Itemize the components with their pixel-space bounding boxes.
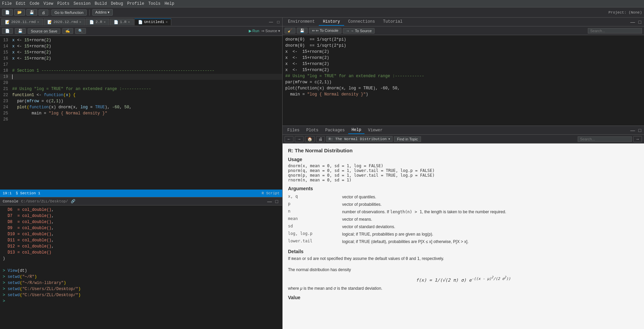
search-button[interactable]: 🔍 bbox=[75, 28, 86, 34]
save-history-button[interactable]: 💾 bbox=[297, 28, 308, 34]
menu-help[interactable]: Help bbox=[164, 1, 174, 6]
usage-code: dnorm(x, mean = 0, sd = 1, log = FALSE) … bbox=[288, 163, 639, 182]
menu-edit[interactable]: Edit bbox=[16, 1, 26, 6]
topic-selector[interactable]: R: The Normal Distribution ▾ bbox=[326, 136, 393, 142]
print-help-button[interactable]: 🖨 bbox=[316, 136, 325, 142]
to-console-button[interactable]: ⇐ ⇐ To Console bbox=[309, 28, 341, 34]
help-search-input[interactable] bbox=[578, 136, 632, 142]
history-toolbar: 🧹 💾 ⇐ ⇐ To Console → → To Source bbox=[283, 26, 644, 35]
history-search-input[interactable] bbox=[588, 28, 642, 34]
close-tab-icon[interactable]: ✕ bbox=[37, 20, 39, 24]
tab-history[interactable]: History bbox=[319, 18, 344, 26]
run-button[interactable]: ▶ Run bbox=[249, 29, 259, 33]
tab-tutorial[interactable]: Tutorial bbox=[379, 18, 407, 26]
main-layout: 📝 2020.11.rmd ✕ 📝 2020.12.rmd ✕ 📄 2.R ✕ … bbox=[0, 18, 644, 329]
tab-viewer[interactable]: Viewer bbox=[364, 127, 386, 134]
menu-debug[interactable]: Debug bbox=[111, 1, 123, 6]
chevron-down-icon: ▾ bbox=[388, 137, 391, 141]
arg-desc: vector of quantiles. bbox=[342, 193, 639, 201]
back-button[interactable]: ← bbox=[285, 136, 293, 142]
close-tab-icon[interactable]: ✕ bbox=[79, 20, 81, 24]
maximize-editor-button[interactable]: □ bbox=[276, 19, 281, 25]
broom-button[interactable]: 🧹 bbox=[285, 28, 295, 34]
console-line: D6 = col_double(), bbox=[3, 207, 280, 213]
details-title: Details bbox=[288, 249, 639, 254]
script-type: R Script bbox=[262, 191, 280, 195]
minimize-editor-button[interactable]: — bbox=[268, 19, 274, 25]
tab-2020-11-rmd[interactable]: 📝 2020.11.rmd ✕ bbox=[1, 19, 43, 25]
print-button[interactable]: 🖨 bbox=[39, 9, 48, 16]
tab-environment[interactable]: Environment bbox=[284, 18, 319, 26]
menu-file[interactable]: File bbox=[2, 1, 12, 6]
menu-build[interactable]: Build bbox=[95, 1, 107, 6]
menu-bar: File Edit Code View Plots Session Build … bbox=[0, 0, 644, 7]
new-script-button[interactable]: 📄 bbox=[2, 28, 13, 34]
history-content[interactable]: dnorm(0) == 1/sqrt(2*pi) dnorm(0) == 1/s… bbox=[283, 35, 644, 126]
console-line: > View(dt) bbox=[3, 268, 280, 274]
help-formula: f(x) = 1/(√(2 π) σ) e-((x - μ)2/(2 σ2)) bbox=[288, 276, 639, 283]
source-on-save-button[interactable]: Source on Save bbox=[28, 28, 60, 34]
save-button[interactable]: 💾 bbox=[26, 9, 37, 16]
arg-row: sd vector of standard deviations. bbox=[288, 223, 639, 231]
menu-profile[interactable]: Profile bbox=[127, 1, 144, 6]
to-source-button[interactable]: → → To Source bbox=[343, 28, 375, 34]
value-title: Value bbox=[288, 295, 639, 300]
menu-session[interactable]: Session bbox=[73, 1, 90, 6]
console-line: D13 = col_double() bbox=[3, 249, 280, 256]
code-line-23: 23 par(mfrow = c(2,1)) bbox=[0, 98, 282, 104]
editor-tabs-right: — □ bbox=[268, 19, 281, 25]
close-tab-icon[interactable]: ✕ bbox=[128, 20, 130, 24]
new-file-button[interactable]: 📄 bbox=[2, 9, 13, 16]
tab-icon: 📝 bbox=[5, 20, 10, 24]
arg-row: lower.tail logical; if TRUE (default), p… bbox=[288, 238, 639, 245]
menu-plots[interactable]: Plots bbox=[57, 1, 69, 6]
minimize-console-button[interactable]: — bbox=[266, 199, 273, 204]
forward-button[interactable]: → bbox=[295, 136, 304, 142]
help-search-go-button[interactable]: → bbox=[633, 136, 642, 142]
arg-name: n bbox=[288, 208, 342, 216]
arg-name: lower.tail bbox=[288, 238, 342, 245]
menu-code[interactable]: Code bbox=[30, 1, 40, 6]
close-tab-icon[interactable]: ✕ bbox=[104, 20, 106, 24]
usage-line-4: rnorm(n, mean = 0, sd = 1) bbox=[288, 178, 639, 182]
tab-untitled1[interactable]: 📄 Untitled1 ✕ bbox=[134, 19, 171, 25]
console-panel: Console C:/Users/ZLL/Desktop/ 🔗 — □ D6 =… bbox=[0, 197, 282, 329]
code-editor[interactable]: 13 x <- 15+rnorm(2) 14 x <- 15+rnorm(2) … bbox=[0, 36, 282, 190]
code-line-25: 25 main = "log { Normal density }" bbox=[0, 110, 282, 116]
format-button[interactable]: ✍ bbox=[62, 28, 73, 34]
menu-view[interactable]: View bbox=[43, 1, 53, 6]
addins-button[interactable]: Addins ▾ bbox=[92, 9, 113, 16]
tab-connections[interactable]: Connections bbox=[344, 18, 379, 26]
topic-label: R: The Normal Distribution bbox=[329, 137, 387, 141]
code-line-15: 15 x <- 15+rnorm(2) bbox=[0, 49, 282, 56]
minimize-bottom-right-button[interactable]: — bbox=[629, 128, 637, 133]
console-content[interactable]: D6 = col_double(), D7 = col_double(), D8… bbox=[0, 205, 282, 329]
arg-row: p vector of probabilities. bbox=[288, 201, 639, 208]
tab-icon: 📄 bbox=[138, 20, 143, 24]
source-button[interactable]: ⇒ Source ▾ bbox=[261, 29, 280, 33]
console-controls: — □ bbox=[266, 199, 280, 204]
code-line-20: 20 bbox=[0, 80, 282, 86]
save-script-button[interactable]: 💾 bbox=[15, 28, 26, 34]
close-tab-icon[interactable]: ✕ bbox=[165, 20, 168, 24]
maximize-top-right-button[interactable]: □ bbox=[637, 19, 643, 25]
maximize-console-button[interactable]: □ bbox=[274, 199, 280, 204]
tab-2020-12-rmd[interactable]: 📝 2020.12.rmd ✕ bbox=[44, 19, 85, 25]
menu-tools[interactable]: Tools bbox=[148, 1, 160, 6]
minimize-top-right-button[interactable]: — bbox=[629, 19, 637, 25]
console-link-icon: 🔗 bbox=[71, 199, 75, 203]
right-top-panel: Environment History Connections Tutorial… bbox=[283, 18, 644, 126]
tab-2r[interactable]: 📄 2.R ✕ bbox=[86, 19, 109, 25]
tab-packages[interactable]: Packages bbox=[322, 127, 348, 134]
find-topic-button[interactable]: Find in Topic bbox=[394, 136, 421, 142]
go-to-file-button[interactable]: Go to file/function bbox=[51, 9, 87, 16]
bottom-tabs: Files Plots Packages Help Viewer — □ bbox=[283, 126, 644, 135]
tab-1r[interactable]: 📄 1.R ✕ bbox=[110, 19, 134, 25]
tab-icon: 📄 bbox=[89, 20, 94, 24]
home-button[interactable]: 🏠 bbox=[305, 136, 315, 142]
tab-help[interactable]: Help bbox=[348, 127, 365, 134]
maximize-bottom-right-button[interactable]: □ bbox=[637, 128, 643, 133]
tab-plots[interactable]: Plots bbox=[303, 127, 322, 134]
tab-files[interactable]: Files bbox=[284, 127, 303, 134]
open-file-button[interactable]: 📂 bbox=[14, 9, 25, 16]
